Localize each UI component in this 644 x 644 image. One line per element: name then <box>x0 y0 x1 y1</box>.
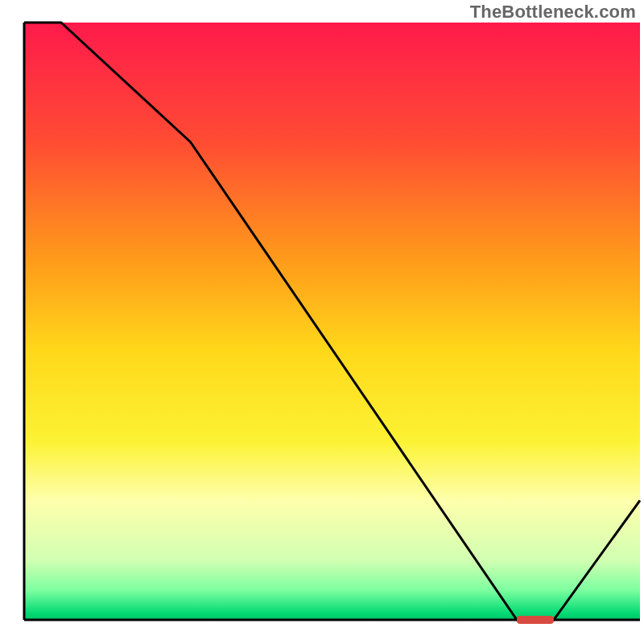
chart-container: TheBottleneck.com <box>0 0 644 644</box>
bottleneck-chart <box>0 0 644 644</box>
gradient-background <box>24 23 640 620</box>
optimal-range-marker <box>517 616 554 624</box>
